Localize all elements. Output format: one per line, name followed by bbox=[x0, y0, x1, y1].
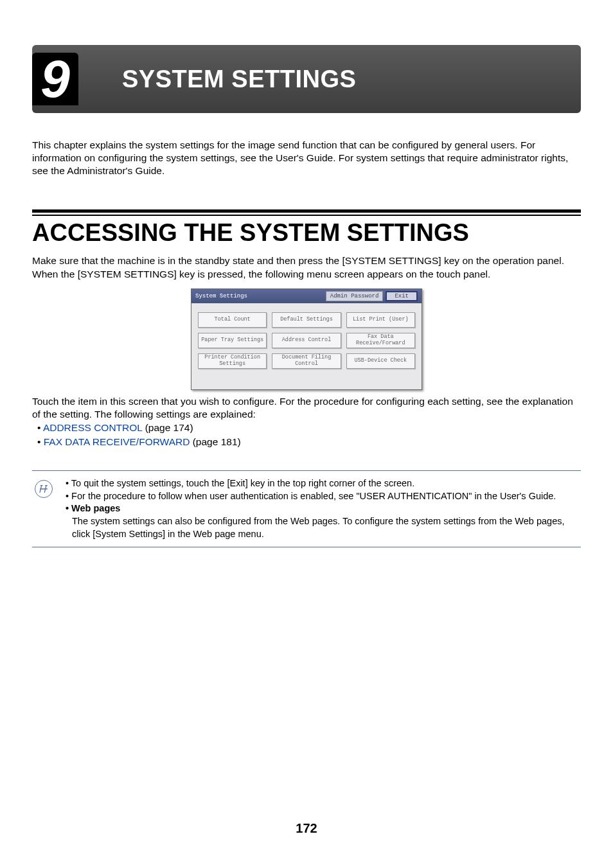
usb-device-button[interactable]: USB-Device Check bbox=[346, 353, 415, 369]
fax-data-link[interactable]: FAX DATA RECEIVE/FORWARD bbox=[44, 436, 190, 447]
chapter-title: SYSTEM SETTINGS bbox=[122, 66, 356, 93]
document-filing-button[interactable]: Document Filing Control bbox=[272, 353, 341, 369]
note-bullet-3-text: The system settings can also be configur… bbox=[66, 515, 574, 540]
printer-condition-button[interactable]: Printer Condition Settings bbox=[198, 353, 267, 369]
page-number: 172 bbox=[0, 821, 613, 836]
bullet-1-page: (page 174) bbox=[142, 422, 193, 433]
section-title: ACCESSING THE SYSTEM SETTINGS bbox=[32, 219, 581, 247]
panel-body: Total Count Default Settings List Print … bbox=[191, 303, 422, 389]
chapter-title-bar: SYSTEM SETTINGS bbox=[32, 45, 581, 113]
panel-row-1: Total Count Default Settings List Print … bbox=[198, 312, 415, 328]
panel-row-2: Paper Tray Settings Address Control Fax … bbox=[198, 333, 415, 348]
note-bullet-1: • To quit the system settings, touch the… bbox=[66, 477, 574, 490]
note-bullet-2: • For the procedure to follow when user … bbox=[66, 490, 574, 503]
total-count-button[interactable]: Total Count bbox=[198, 312, 267, 328]
bullet-2: • FAX DATA RECEIVE/FORWARD (page 181) bbox=[32, 435, 581, 449]
intro-paragraph: This chapter explains the system setting… bbox=[32, 139, 581, 177]
post-paragraph: Touch the item in this screen that you w… bbox=[32, 395, 581, 421]
address-control-button[interactable]: Address Control bbox=[272, 333, 341, 348]
default-settings-button[interactable]: Default Settings bbox=[272, 312, 341, 328]
panel-header: System Settings Admin Password Exit bbox=[191, 289, 422, 303]
chapter-number-box: 9 bbox=[32, 53, 78, 105]
touch-panel-screenshot: System Settings Admin Password Exit Tota… bbox=[191, 288, 422, 390]
panel-header-title: System Settings bbox=[195, 293, 323, 299]
panel-row-3: Printer Condition Settings Document Fili… bbox=[198, 353, 415, 369]
section-para-1: Make sure that the machine is in the sta… bbox=[32, 254, 581, 267]
bullet-1: • ADDRESS CONTROL (page 174) bbox=[32, 421, 581, 435]
section-divider bbox=[32, 209, 581, 216]
note-icon bbox=[35, 480, 53, 498]
chapter-number: 9 bbox=[40, 53, 70, 105]
fax-data-button[interactable]: Fax Data Receive/Forward bbox=[346, 333, 415, 348]
admin-password-button[interactable]: Admin Password bbox=[326, 291, 384, 301]
note-box: • To quit the system settings, touch the… bbox=[32, 470, 581, 547]
exit-button[interactable]: Exit bbox=[386, 291, 418, 301]
address-control-link[interactable]: ADDRESS CONTROL bbox=[43, 422, 142, 433]
chapter-header: 9 SYSTEM SETTINGS bbox=[32, 45, 581, 113]
bullet-2-page: (page 181) bbox=[190, 436, 240, 447]
list-print-button[interactable]: List Print (User) bbox=[346, 312, 415, 328]
note-bullet-3-label: • Web pages bbox=[66, 502, 574, 515]
section-para-2: When the [SYSTEM SETTINGS] key is presse… bbox=[32, 268, 581, 281]
paper-tray-button[interactable]: Paper Tray Settings bbox=[198, 333, 267, 348]
